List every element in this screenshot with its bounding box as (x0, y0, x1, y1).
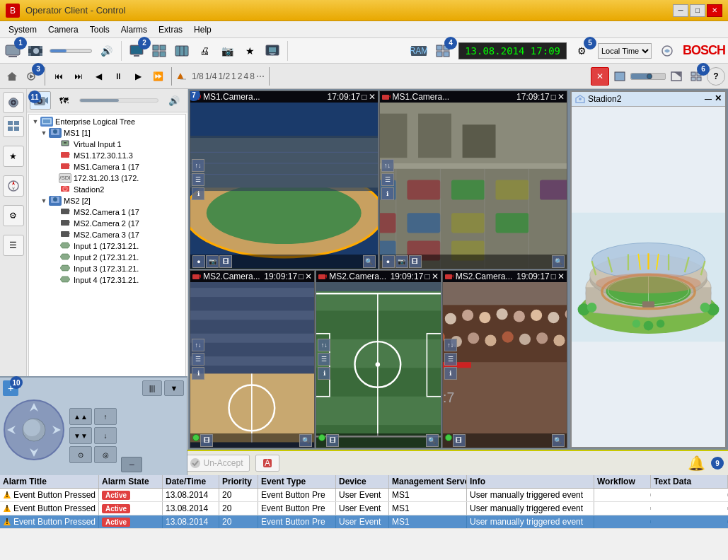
camera-close-icon-5[interactable]: □ (551, 272, 556, 281)
cam-menu-btn-3[interactable]: ☰ (192, 353, 204, 366)
cam-menu-btn-4[interactable]: ☰ (318, 353, 330, 366)
popup-minimize-btn[interactable]: ─ (705, 93, 712, 105)
tree-item-ms1[interactable]: ▼ MS1 [1] (29, 127, 185, 139)
tree-audio-btn[interactable]: 🔊 (163, 91, 185, 110)
ptz-minus-btn[interactable]: − (121, 457, 142, 472)
camera-cell-4[interactable]: MS2.Camera... 19:09:17 □ ✕ (316, 270, 441, 449)
nav-star-icon[interactable]: ★ (3, 146, 24, 167)
cam-filmstrip-btn-2[interactable]: 🎞 (409, 255, 422, 268)
nav-settings-icon[interactable]: ⚙ (3, 205, 24, 226)
camera-x-icon-5[interactable]: ✕ (557, 272, 565, 281)
playback-step-back-btn[interactable]: ⏭ (69, 67, 88, 86)
menu-alarms[interactable]: Alarms (115, 23, 153, 36)
ptz-zoom-in-btn[interactable]: ▲▲ (69, 408, 92, 425)
camera-x-icon-4[interactable]: ✕ (432, 272, 439, 281)
cam-filmstrip-btn-3[interactable]: 🎞 (200, 434, 213, 447)
tree-item-virtual-input[interactable]: Virtual Input 1 (29, 139, 185, 150)
cam-ptz-btn-3[interactable]: ↑↓ (192, 339, 204, 351)
cam-info-btn-4[interactable]: ℹ (318, 367, 330, 380)
unaccept-button[interactable]: Un-Accept (183, 455, 250, 472)
cam-filmstrip-btn-5[interactable]: 🎞 (453, 434, 466, 447)
playback-pause-btn[interactable]: ⏸ (109, 67, 127, 86)
playback-rewind-btn[interactable]: ◀ (89, 67, 108, 86)
layout-single-btn[interactable] (611, 67, 629, 86)
menu-tools[interactable]: Tools (84, 23, 115, 36)
alarm-row-1[interactable]: ! Event Button Pressed Active 13.08.2014… (0, 489, 728, 502)
alarm-extra-btn[interactable]: A (255, 455, 279, 472)
cam-filmstrip-btn-1[interactable]: 🎞 (219, 255, 232, 268)
tree-item-ms2[interactable]: ▼ MS2 [2] (29, 195, 185, 206)
nav-list-icon[interactable]: ☰ (3, 235, 24, 256)
camera-cell-2[interactable]: MS1.Camera... 17:09:17 □ ✕ (379, 91, 568, 269)
menu-system[interactable]: System (3, 23, 42, 36)
close-button[interactable]: ✕ (707, 4, 722, 17)
camera-x-icon-2[interactable]: ✕ (557, 92, 565, 102)
cam-info-btn-1[interactable]: ℹ (192, 187, 204, 200)
tree-item-stadion2[interactable]: Stadion2 (29, 184, 185, 195)
playback-skip-start-btn[interactable]: ⏮ (50, 67, 68, 86)
cam-zoom-btn-1[interactable]: 🔍 (363, 255, 376, 268)
tree-map-btn[interactable]: 🗺 (53, 91, 74, 110)
camera-cell-5[interactable]: MS2.Camera... 19:09:17 □ ✕ (442, 270, 567, 449)
camera-close-icon-4[interactable]: □ (424, 272, 429, 281)
camera-cell-1[interactable]: 7 MS1.Camera... 17:09:17 □ ✕ (190, 91, 379, 269)
toolbar-audio-btn[interactable]: 🔊 (96, 41, 116, 61)
ptz-joystick-area[interactable] (3, 399, 65, 461)
cam-record-btn-2[interactable]: ● (382, 255, 395, 268)
ptz-iris-close-btn[interactable]: ◎ (94, 446, 117, 463)
cam-ptz-btn-2[interactable]: ↑↓ (381, 159, 394, 172)
ptz-iris-open-btn[interactable]: ⊙ (69, 446, 92, 463)
timezone-select[interactable]: Local Time UTC (598, 43, 652, 59)
cam-info-btn-3[interactable]: ℹ (192, 367, 204, 380)
camera-cell-3[interactable]: MS2.Camera... 19:09:17 □ ✕ (190, 270, 315, 449)
minimize-button[interactable]: ─ (673, 4, 688, 17)
tree-item-input3[interactable]: Input 3 (172.31.21. (29, 263, 185, 274)
ptz-tilt-up-btn[interactable]: ↑ (94, 408, 117, 425)
camera-close-icon-1[interactable]: □ (362, 92, 366, 102)
tree-item-ms2-cam3[interactable]: MS2.Camera 3 (17 (29, 229, 185, 240)
cam-ptz-btn-1[interactable]: ↑↓ (192, 159, 204, 172)
toolbar-bookmark-btn[interactable]: ★ (240, 41, 260, 61)
tree-item-ms2-cam2[interactable]: MS2.Camera 2 (17 (29, 218, 185, 229)
toolbar-export-btn[interactable] (262, 41, 282, 61)
restore-button[interactable]: □ (690, 4, 705, 17)
nav-compass-icon[interactable] (3, 175, 24, 197)
cam-zoom-btn-4[interactable]: 🔍 (426, 434, 439, 447)
cam-zoom-btn-5[interactable]: 🔍 (552, 434, 565, 447)
fullscreen-btn[interactable] (667, 67, 686, 86)
camera-close-icon-2[interactable]: □ (551, 92, 556, 102)
playback-home-btn[interactable] (3, 67, 21, 86)
toolbar-connect-btn[interactable] (657, 41, 677, 61)
cam-record-btn-1[interactable]: ● (192, 255, 205, 268)
toolbar-movie-btn[interactable] (25, 41, 45, 61)
playback-play-btn[interactable]: ▶ (129, 67, 147, 86)
tree-item-input1[interactable]: Input 1 (172.31.21. (29, 240, 185, 252)
cam-filmstrip-btn-4[interactable]: 🎞 (326, 434, 339, 447)
ptz-down-btn[interactable]: ▼ (164, 380, 184, 396)
cam-ptz-btn-4[interactable]: ↑↓ (318, 339, 330, 351)
close-all-btn[interactable]: ✕ (591, 67, 609, 86)
tree-item-input4[interactable]: Input 4 (172.31.21. (29, 274, 185, 286)
cam-menu-btn-5[interactable]: ☰ (444, 353, 457, 366)
popup-close-btn[interactable]: ✕ (715, 93, 722, 105)
toolbar-snapshot-btn[interactable]: 📷 (217, 41, 237, 61)
cam-snap-btn-1[interactable]: 📷 (206, 255, 219, 268)
tree-item-ms1-cam1[interactable]: MS1.Camera 1 (17 (29, 161, 185, 173)
cam-snap-btn-2[interactable]: 📷 (395, 255, 408, 268)
toolbar-sequence-btn[interactable] (172, 41, 192, 61)
ptz-tilt-down-btn[interactable]: ↓ (94, 427, 117, 444)
ptz-zoom-out-btn[interactable]: ▼▼ (69, 427, 92, 444)
cam-menu-btn-1[interactable]: ☰ (192, 173, 204, 186)
camera-x-icon-3[interactable]: ✕ (305, 272, 312, 281)
menu-help[interactable]: Help (188, 23, 217, 36)
toolbar-print-btn[interactable]: 🖨 (195, 41, 214, 61)
nav-camera-icon[interactable] (3, 92, 24, 113)
tree-item-ms1-172[interactable]: MS1.172.30.11.3 (29, 150, 185, 161)
tree-root[interactable]: ▼ Enterprise Logical Tree (29, 116, 185, 127)
cam-zoom-btn-2[interactable]: 🔍 (552, 255, 565, 268)
camera-close-icon-3[interactable]: □ (299, 272, 304, 281)
tree-item-input2[interactable]: Input 2 (172.31.21. (29, 252, 185, 263)
cam-zoom-btn-3[interactable]: 🔍 (299, 434, 312, 447)
toolbar-layout-btn[interactable] (149, 41, 169, 61)
cam-info-btn-5[interactable]: ℹ (444, 367, 457, 380)
